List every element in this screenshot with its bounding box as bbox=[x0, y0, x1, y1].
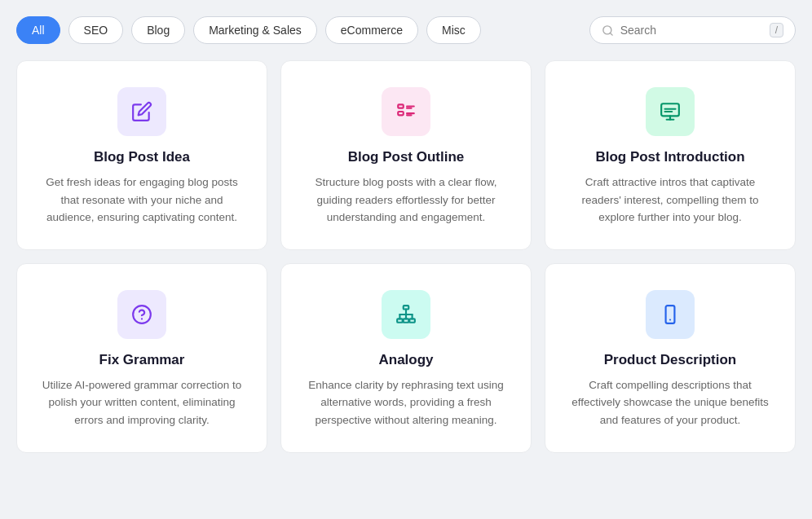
product-description-description: Craft compelling descriptions that effec… bbox=[568, 376, 772, 429]
filter-tag-all[interactable]: All bbox=[16, 16, 60, 44]
card-blog-post-idea[interactable]: Blog Post IdeaGet fresh ideas for engagi… bbox=[16, 60, 267, 250]
svg-rect-3 bbox=[398, 112, 404, 115]
filter-tag-marketing-&-sales[interactable]: Marketing & Sales bbox=[193, 16, 317, 44]
search-shortcut: / bbox=[770, 23, 783, 37]
svg-rect-24 bbox=[666, 306, 675, 323]
analogy-description: Enhance clarity by rephrasing text using… bbox=[304, 376, 508, 429]
filter-tag-ecommerce[interactable]: eCommerce bbox=[325, 16, 418, 44]
blog-post-idea-title: Blog Post Idea bbox=[94, 149, 190, 165]
svg-rect-8 bbox=[661, 103, 679, 116]
search-icon bbox=[602, 24, 614, 37]
search-box[interactable]: / bbox=[589, 16, 796, 44]
card-fix-grammar[interactable]: Fix GrammarUtilize AI-powered grammar co… bbox=[16, 263, 267, 453]
fix-grammar-icon bbox=[117, 290, 166, 339]
fix-grammar-description: Utilize AI-powered grammar correction to… bbox=[40, 376, 244, 429]
blog-post-outline-title: Blog Post Outline bbox=[348, 149, 465, 165]
blog-post-introduction-icon bbox=[646, 87, 695, 136]
blog-post-outline-description: Structure blog posts with a clear flow, … bbox=[304, 174, 508, 227]
card-analogy[interactable]: AnalogyEnhance clarity by rephrasing tex… bbox=[280, 263, 532, 453]
card-blog-post-outline[interactable]: Blog Post OutlineStructure blog posts wi… bbox=[280, 60, 532, 250]
filter-bar: AllSEOBlogMarketing & SaleseCommerceMisc… bbox=[16, 16, 796, 44]
blog-post-idea-icon bbox=[117, 87, 166, 136]
cards-grid: Blog Post IdeaGet fresh ideas for engagi… bbox=[16, 60, 796, 453]
blog-post-outline-icon bbox=[382, 87, 430, 136]
card-product-description[interactable]: Product DescriptionCraft compelling desc… bbox=[545, 263, 796, 453]
product-description-icon bbox=[646, 290, 695, 339]
product-description-title: Product Description bbox=[604, 352, 736, 368]
analogy-icon bbox=[382, 290, 430, 339]
search-input[interactable] bbox=[620, 24, 763, 37]
filter-tag-blog[interactable]: Blog bbox=[131, 16, 185, 44]
filter-tag-seo[interactable]: SEO bbox=[68, 16, 124, 44]
filter-tag-misc[interactable]: Misc bbox=[426, 16, 481, 44]
svg-rect-2 bbox=[398, 104, 404, 108]
blog-post-idea-description: Get fresh ideas for engaging blog posts … bbox=[40, 174, 244, 227]
svg-line-1 bbox=[610, 33, 612, 35]
fix-grammar-title: Fix Grammar bbox=[99, 352, 185, 368]
blog-post-introduction-title: Blog Post Introduction bbox=[595, 149, 744, 165]
blog-post-introduction-description: Craft attractive intros that captivate r… bbox=[568, 174, 772, 227]
analogy-title: Analogy bbox=[378, 352, 433, 368]
card-blog-post-introduction[interactable]: Blog Post IntroductionCraft attractive i… bbox=[545, 60, 796, 250]
